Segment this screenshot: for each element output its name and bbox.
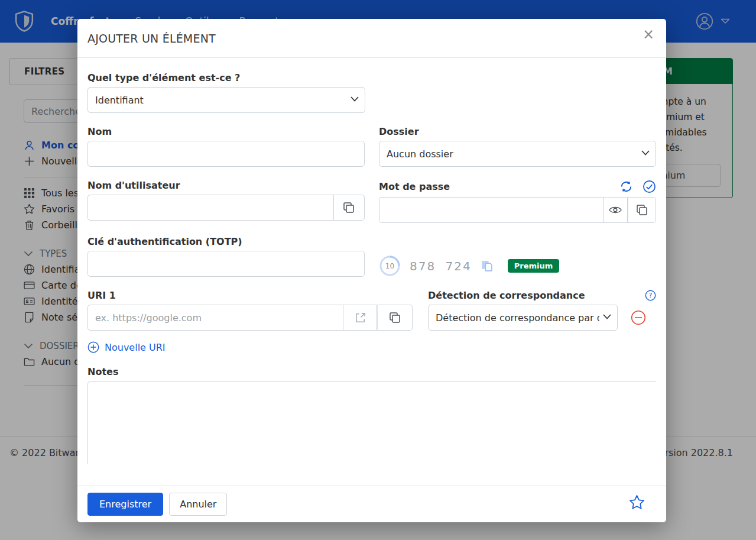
modal-title: AJOUTER UN ÉLÉMENT [87, 32, 216, 45]
plus-circle-icon [87, 341, 99, 353]
generate-refresh-icon [619, 180, 633, 193]
totp-countdown-icon: 10 [379, 255, 401, 277]
copy-icon [481, 260, 493, 272]
add-item-modal: AJOUTER UN ÉLÉMENT × Quel type d'élément… [77, 19, 666, 522]
chevron-down-icon [351, 96, 359, 102]
username-label: Nom d'utilisateur [87, 180, 365, 191]
uri-label: URI 1 [87, 290, 413, 301]
password-input[interactable] [379, 197, 603, 223]
modal-body: Quel type d'élément est-ce ? Identifiant… [77, 58, 666, 486]
eye-icon [609, 205, 622, 215]
copy-totp-button[interactable] [481, 260, 493, 272]
star-icon [629, 494, 645, 510]
name-label: Nom [87, 126, 365, 137]
toggle-password-visibility-button[interactable] [603, 197, 627, 223]
totp-preview: 10 878 724 Premium [379, 255, 656, 277]
modal-footer: Enregistrer Annuler [77, 486, 666, 522]
minus-circle-icon [631, 310, 646, 325]
new-uri-link[interactable]: Nouvelle URI [87, 341, 166, 353]
copy-icon [343, 202, 355, 214]
item-type-label: Quel type d'élément est-ce ? [87, 72, 365, 83]
item-type-value: Identifiant [95, 95, 347, 106]
password-label: Mot de passe [379, 181, 450, 192]
item-type-select[interactable]: Identifiant [87, 87, 365, 113]
copy-uri-button[interactable] [377, 305, 413, 331]
chevron-down-icon [603, 314, 611, 319]
help-icon[interactable]: ? [645, 290, 656, 301]
notes-label: Notes [87, 366, 656, 377]
notes-textarea[interactable] [87, 381, 656, 464]
check-circle-icon [643, 180, 656, 193]
folder-label: Dossier [379, 126, 656, 137]
close-icon[interactable]: × [643, 27, 654, 41]
favorite-star-button[interactable] [629, 494, 645, 512]
match-detection-value: Détection de correspondance par défaut [436, 312, 599, 324]
copy-icon [389, 312, 401, 324]
match-detection-label: Détection de correspondance [428, 290, 585, 301]
modal-header: AJOUTER UN ÉLÉMENT × [77, 19, 666, 58]
generate-password-button[interactable] [619, 180, 633, 193]
uri-input[interactable] [87, 305, 343, 331]
name-input[interactable] [87, 141, 365, 167]
new-uri-label: Nouvelle URI [105, 342, 166, 353]
cancel-button[interactable]: Annuler [169, 493, 227, 516]
svg-text:?: ? [649, 292, 653, 299]
totp-label: Clé d'authentification (TOTP) [87, 236, 365, 247]
copy-password-button[interactable] [628, 197, 656, 223]
copy-username-button[interactable] [333, 195, 365, 221]
premium-badge: Premium [508, 259, 560, 273]
totp-code: 878 724 [410, 259, 472, 273]
folder-select[interactable]: Aucun dossier [379, 141, 656, 167]
copy-icon [636, 204, 648, 216]
folder-value: Aucun dossier [387, 148, 638, 160]
launch-uri-button[interactable] [343, 305, 377, 331]
chevron-down-icon [641, 150, 650, 156]
totp-input[interactable] [87, 251, 365, 277]
totp-timer: 10 [385, 262, 394, 270]
username-input[interactable] [87, 195, 333, 221]
remove-uri-button[interactable] [631, 310, 646, 325]
match-detection-select[interactable]: Détection de correspondance par défaut [428, 305, 618, 331]
check-password-button[interactable] [643, 180, 656, 193]
launch-icon [354, 312, 366, 324]
save-button[interactable]: Enregistrer [87, 493, 163, 516]
